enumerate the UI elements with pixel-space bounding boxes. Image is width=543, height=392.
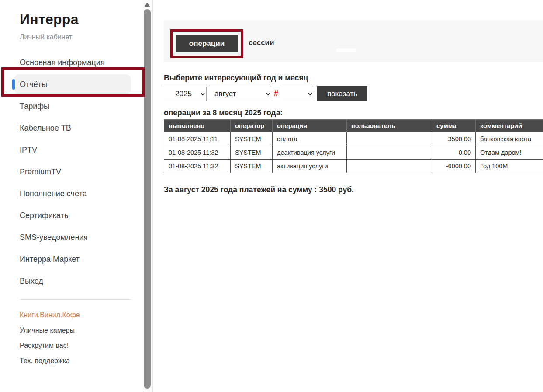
cell-comment: банковская карта [476,132,543,146]
cell-operation: оплата [273,132,347,146]
scroll-up-arrow-icon[interactable] [144,3,150,7]
cell-operator: SYSTEM [231,132,273,146]
tab-operations[interactable]: операции [176,35,238,52]
cell-user [347,146,432,160]
sidebar: Интерра Личный кабинет Основная информац… [0,0,142,392]
sidebar-footer-links: Книги.Винил.Кофе Уличные камеры Раскрути… [20,307,80,368]
link-tech-support[interactable]: Тех. поддержка [20,353,80,368]
table-header-row: выполнено оператор операция пользователь… [164,120,543,132]
col-header-comment: комментарий [476,120,543,132]
sidebar-item-topup[interactable]: Пополнение счёта [0,183,142,205]
col-header-user: пользователь [347,120,432,132]
sidebar-scrollbar[interactable] [143,0,152,392]
sidebar-divider [20,299,131,300]
cell-user [347,160,432,173]
cell-operation: активация услуги [273,160,347,173]
report-heading: операции за 8 месяц 2025 года: [164,108,283,118]
cell-amount: 0.00 [432,146,476,160]
cell-operator: SYSTEM [231,146,273,160]
cell-user [347,132,432,146]
table-row: 01-08-2025 11:32 SYSTEM активация услуги… [164,160,543,173]
filter-row: 2025 август # показать [164,86,367,101]
operations-table: выполнено оператор операция пользователь… [164,119,543,173]
sidebar-item-main-info[interactable]: Основная информация [0,52,142,73]
hash-symbol: # [274,89,278,98]
tabbar-highlight-pill [336,48,356,52]
cell-amount: -6000.00 [432,160,476,173]
sidebar-item-tariffs[interactable]: Тарифы [0,95,142,117]
link-promotion[interactable]: Раскрутим вас! [20,338,80,353]
app-subtitle: Личный кабинет [20,33,72,41]
sidebar-item-logout[interactable]: Выход [0,270,142,292]
active-indicator [12,79,15,90]
tab-sessions[interactable]: сессии [249,38,274,47]
cell-comment: Отдам даром! [476,146,543,160]
cell-comment: Год 100М [476,160,543,173]
sidebar-item-iptv[interactable]: IPTV [0,139,142,161]
month-select[interactable]: август [209,87,272,101]
cell-operator: SYSTEM [231,160,273,173]
scrollbar-thumb[interactable] [144,9,151,389]
app-title: Интерра [20,11,79,28]
sidebar-item-premiumtv[interactable]: PremiumTV [0,161,142,183]
link-books-vinyl-coffee[interactable]: Книги.Винил.Кофе [20,307,80,323]
table-row: 01-08-2025 11:11 SYSTEM оплата 3500.00 б… [164,132,543,146]
cell-amount: 3500.00 [432,132,476,146]
day-select[interactable] [280,87,314,101]
cell-executed: 01-08-2025 11:32 [164,160,231,173]
sidebar-item-sms-notifications[interactable]: SMS-уведомления [0,226,142,248]
sidebar-item-cable-tv[interactable]: Кабельное ТВ [0,117,142,139]
sidebar-item-certificates[interactable]: Сертификаты [0,205,142,226]
col-header-operation: операция [273,120,347,132]
sidebar-menu: Основная информация Отчёты Тарифы Кабель… [0,52,142,292]
year-select[interactable]: 2025 [164,87,207,101]
sidebar-item-interra-market[interactable]: Интерра Маркет [0,248,142,270]
cell-executed: 01-08-2025 11:11 [164,132,231,146]
col-header-operator: оператор [231,120,273,132]
show-button[interactable]: показать [317,86,367,101]
cell-operation: деактивация услуги [273,146,347,160]
col-header-amount: сумма [432,120,476,132]
content-divider-line [152,0,153,392]
col-header-executed: выполнено [164,120,231,132]
link-street-cameras[interactable]: Уличные камеры [20,323,80,338]
payments-summary: За август 2025 года платежей на сумму : … [164,185,354,194]
table-row: 01-08-2025 11:32 SYSTEM деактивация услу… [164,146,543,160]
cell-executed: 01-08-2025 11:32 [164,146,231,160]
filter-heading: Выберите интересующий год и месяц [164,73,308,83]
sidebar-item-reports[interactable]: Отчёты [0,73,142,95]
